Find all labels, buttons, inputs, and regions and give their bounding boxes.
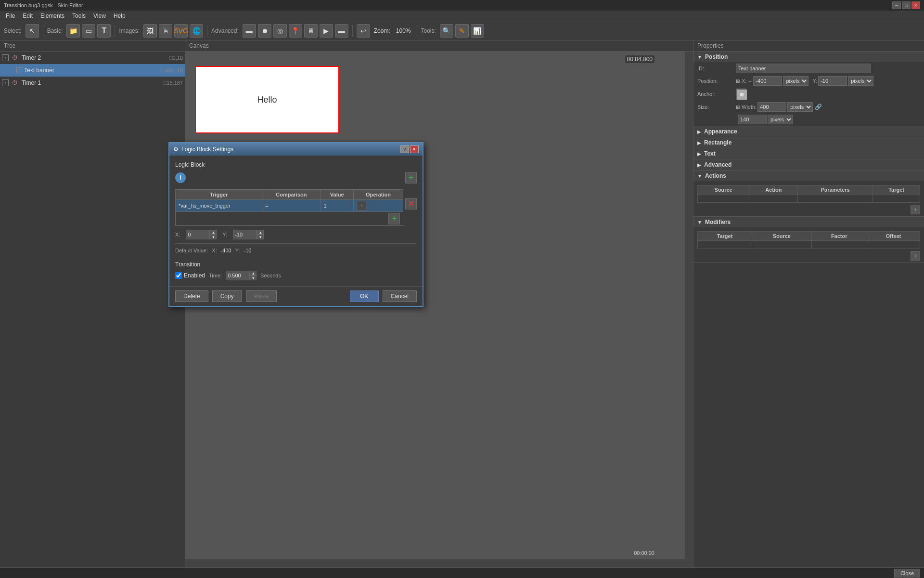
close-button[interactable]: ✕ <box>911 1 920 9</box>
prop-section-text-header[interactable]: ▶ Text <box>693 148 924 159</box>
tool-chart-btn[interactable]: 📊 <box>471 24 484 38</box>
adv-btn-6[interactable]: ▶ <box>320 24 333 38</box>
tool-edit-btn[interactable]: ✎ <box>455 24 469 38</box>
anchor-grid[interactable] <box>736 89 746 99</box>
transition-section: Transition Enabled Time: ▲ ▼ Seconds <box>175 261 417 280</box>
image-basic-btn[interactable]: 🖼 <box>143 24 157 38</box>
tool-search-btn[interactable]: 🔍 <box>440 24 453 38</box>
adv-btn-3[interactable]: ◎ <box>273 24 287 38</box>
anchor-bc[interactable] <box>740 96 744 100</box>
prop-x-input[interactable] <box>753 76 782 86</box>
prop-section-rectangle-header[interactable]: ▶ Rectangle <box>693 137 924 148</box>
image-cursor-btn[interactable]: 🖱 <box>159 24 172 38</box>
dialog-paste-btn[interactable]: Paste <box>246 290 277 302</box>
canvas-scrollbar-v[interactable] <box>684 52 693 559</box>
modifiers-add-btn[interactable]: + <box>911 251 920 261</box>
prop-id-input[interactable] <box>736 64 871 73</box>
dialog-add-row-btn[interactable]: + <box>405 172 417 184</box>
adv-btn-2[interactable]: ⏺ <box>258 24 271 38</box>
maximize-button[interactable]: □ <box>902 1 911 9</box>
dialog-delete-row-btn[interactable]: ✕ <box>405 198 417 210</box>
prop-x-unit[interactable]: pixels <box>783 76 808 86</box>
dialog-coord-x-input[interactable] <box>186 230 210 239</box>
prop-y-unit[interactable]: pixels <box>848 76 873 86</box>
titlebar: Transition bug3.ggsk - Skin Editor ─ □ ✕ <box>0 0 924 11</box>
prop-width-unit[interactable]: pixels <box>787 102 813 112</box>
dialog-coord-y-down[interactable]: ▼ <box>257 235 264 239</box>
anchor-mc[interactable] <box>740 93 744 96</box>
prop-height-unit[interactable]: pixels <box>768 115 793 124</box>
time-down-btn[interactable]: ▼ <box>250 276 257 280</box>
dialog-copy-btn[interactable]: Copy <box>212 290 242 302</box>
prop-section-advanced-header[interactable]: ▶ Advanced <box>693 159 924 170</box>
dialog-table-row-0[interactable]: *var_hs_move_trigger = 1 + <box>176 200 403 212</box>
dialog-coord-x-down[interactable]: ▼ <box>210 235 217 239</box>
dialog-section-label: Logic Block <box>175 161 417 168</box>
dialog-coord-x-up[interactable]: ▲ <box>210 230 217 235</box>
select-label: Select: <box>4 27 22 34</box>
dialog-empty-cell: + <box>176 212 403 226</box>
menu-elements[interactable]: Elements <box>37 12 68 20</box>
anchor-bl[interactable] <box>737 96 740 100</box>
select-tool-btn[interactable]: ↖ <box>26 24 39 38</box>
prop-section-appearance-header[interactable]: ▶ Appearance <box>693 126 924 137</box>
actions-table-container: Source Action Parameters Target + <box>693 181 924 216</box>
anchor-tc[interactable] <box>740 90 744 93</box>
dialog-cancel-btn[interactable]: Cancel <box>383 290 417 302</box>
prop-height-input[interactable] <box>738 115 767 124</box>
adv-btn-4[interactable]: 📍 <box>289 24 302 38</box>
canvas-content[interactable]: 00:04.000 Hello 00:00.00 <box>185 52 693 567</box>
dialog-delete-btn[interactable]: Delete <box>175 290 208 302</box>
menu-tools[interactable]: Tools <box>68 12 90 20</box>
adv-btn-1[interactable]: ▬ <box>243 24 256 38</box>
dialog-inline-add-btn[interactable]: + <box>388 213 400 224</box>
anchor-br[interactable] <box>744 96 747 100</box>
adv-btn-7[interactable]: ▬ <box>335 24 348 38</box>
tree-item-timer2[interactable]: ▪ ⏱ Timer 2 □0,10 <box>0 52 185 64</box>
timer1-label: Timer 1 <box>22 79 162 86</box>
anchor-ml[interactable] <box>737 93 740 96</box>
canvas-scrollbar-h[interactable] <box>185 559 693 567</box>
tree-item-textbanner[interactable]: T Text banner □-400,-10 <box>0 64 185 77</box>
menu-view[interactable]: View <box>90 12 110 20</box>
x-arrow-icon: ↔ <box>747 79 752 84</box>
enabled-checkbox[interactable] <box>175 272 182 279</box>
basic-folder-btn[interactable]: 📁 <box>66 24 80 38</box>
anchor-mr[interactable] <box>744 93 747 96</box>
statusbar-close-btn[interactable]: Close <box>894 569 920 578</box>
prop-section-actions-header[interactable]: ▼ Actions <box>693 171 924 181</box>
x-coord-label: X: <box>742 78 746 84</box>
image-svg-btn[interactable]: SVG <box>174 24 188 38</box>
dialog-row-op-btn[interactable]: + <box>357 201 366 210</box>
prop-section-modifiers: ▼ Modifiers Target Source Factor Offset <box>693 217 924 263</box>
prop-y-input[interactable] <box>818 76 847 86</box>
prop-width-input[interactable] <box>757 102 786 112</box>
dialog-coord-y-input[interactable] <box>233 230 257 239</box>
prop-section-position-header[interactable]: ▼ Position <box>693 52 924 62</box>
canvas-coords-bottom: 00:00.00 <box>634 550 654 556</box>
actions-col-action: Action <box>749 185 798 195</box>
basic-text-btn[interactable]: T <box>97 24 111 38</box>
minimize-button[interactable]: ─ <box>892 1 901 9</box>
anchor-tr[interactable] <box>744 90 747 93</box>
menu-file[interactable]: File <box>2 12 19 20</box>
undo-btn[interactable]: ↩ <box>357 24 370 38</box>
dialog-coord-y-up[interactable]: ▲ <box>257 230 264 235</box>
dialog-default-x-value: -400 <box>221 248 231 253</box>
dialog-ok-btn[interactable]: OK <box>350 290 379 302</box>
actions-add-btn[interactable]: + <box>911 205 920 214</box>
tree-item-timer1[interactable]: ▪ ⏱ Timer 1 □15,187 <box>0 77 185 89</box>
time-up-btn[interactable]: ▲ <box>250 271 257 276</box>
dialog-help-btn[interactable]: ? <box>400 145 409 153</box>
time-input[interactable] <box>226 271 250 280</box>
canvas-element[interactable]: Hello <box>195 66 339 133</box>
prop-section-modifiers-header[interactable]: ▼ Modifiers <box>693 217 924 227</box>
image-globe-btn[interactable]: 🌐 <box>190 24 203 38</box>
adv-btn-5[interactable]: 🖥 <box>304 24 318 38</box>
basic-rect-btn[interactable]: ▭ <box>82 24 95 38</box>
dialog-row-operation: + <box>353 200 403 212</box>
dialog-close-btn[interactable]: ✕ <box>410 145 419 153</box>
anchor-tl[interactable] <box>737 90 740 93</box>
menu-edit[interactable]: Edit <box>19 12 37 20</box>
menu-help[interactable]: Help <box>110 12 129 20</box>
